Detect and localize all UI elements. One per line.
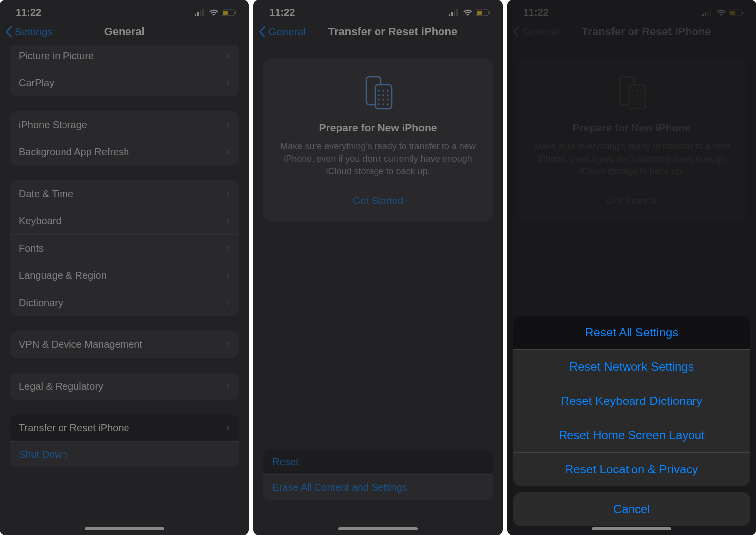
prepare-card: Prepare for New iPhone Make sure everyth… xyxy=(263,59,492,221)
status-time: 11:22 xyxy=(16,7,41,18)
back-button[interactable]: General xyxy=(512,26,560,38)
row-erase-all[interactable]: Erase All Content and Settings xyxy=(263,474,492,500)
svg-point-45 xyxy=(641,99,643,101)
svg-rect-3 xyxy=(202,9,204,16)
card-title: Prepare for New iPhone xyxy=(529,122,734,134)
nav-bar: Settings General xyxy=(0,20,249,45)
svg-point-44 xyxy=(636,99,638,101)
signal-icon xyxy=(195,9,206,16)
battery-icon xyxy=(476,9,491,16)
home-indicator[interactable] xyxy=(592,527,671,530)
wifi-icon xyxy=(463,9,473,16)
nav-bar: General Transfer or Reset iPhone xyxy=(253,20,502,45)
row-label: Language & Region xyxy=(19,270,107,281)
nav-title: Transfer or Reset iPhone xyxy=(288,25,497,38)
chevron-right-icon: › xyxy=(226,296,230,309)
battery-icon xyxy=(729,9,744,16)
row-label: Fonts xyxy=(19,243,44,254)
svg-point-19 xyxy=(378,94,380,96)
svg-rect-1 xyxy=(197,12,199,16)
chevron-right-icon: › xyxy=(226,380,230,393)
signal-icon xyxy=(449,9,460,16)
svg-rect-5 xyxy=(223,11,228,15)
battery-icon xyxy=(222,9,237,16)
svg-rect-2 xyxy=(200,11,201,16)
svg-rect-13 xyxy=(489,11,490,14)
chevron-right-icon: › xyxy=(226,242,230,255)
status-icons xyxy=(449,9,491,16)
sheet-reset-network[interactable]: Reset Network Settings xyxy=(513,349,750,384)
row-label: Reset xyxy=(272,456,298,468)
svg-point-16 xyxy=(378,90,380,92)
settings-group: Transfer or Reset iPhone› Shut Down xyxy=(10,414,239,467)
svg-rect-31 xyxy=(710,9,711,16)
screen-transfer-reset: 11:22 General Transfer or Reset iPhone xyxy=(253,0,502,535)
svg-rect-7 xyxy=(449,14,450,16)
row-label: Date & Time xyxy=(19,188,73,200)
svg-point-37 xyxy=(632,90,634,92)
row-carplay[interactable]: CarPlay› xyxy=(10,69,239,96)
chevron-left-icon xyxy=(512,26,520,37)
svg-point-23 xyxy=(382,99,384,101)
chevron-left-icon xyxy=(258,26,266,37)
settings-group: iPhone Storage› Background App Refresh› xyxy=(10,111,239,165)
sheet-reset-home-layout[interactable]: Reset Home Screen Layout xyxy=(513,418,750,452)
status-time: 11:22 xyxy=(269,7,295,18)
row-shut-down[interactable]: Shut Down xyxy=(10,441,239,467)
settings-group: Picture in Picture› CarPlay› xyxy=(10,45,239,96)
svg-point-42 xyxy=(641,94,643,96)
row-date-time[interactable]: Date & Time› xyxy=(10,180,239,207)
card-body: Make sure everything's ready to transfer… xyxy=(275,140,480,178)
status-time: 11:22 xyxy=(523,7,549,18)
svg-rect-8 xyxy=(451,12,453,16)
status-icons xyxy=(702,9,744,16)
home-indicator[interactable] xyxy=(85,527,164,530)
get-started-button[interactable]: Get Started xyxy=(275,190,480,211)
svg-point-24 xyxy=(387,99,389,101)
back-button[interactable]: Settings xyxy=(5,26,53,38)
settings-group: Legal & Regulatory› xyxy=(10,373,239,400)
back-button[interactable]: General xyxy=(258,26,306,38)
svg-rect-9 xyxy=(454,11,455,16)
svg-point-41 xyxy=(636,94,638,96)
row-keyboard[interactable]: Keyboard› xyxy=(10,207,239,234)
svg-point-26 xyxy=(382,103,384,105)
svg-point-20 xyxy=(382,94,384,96)
cancel-button[interactable]: Cancel xyxy=(513,492,750,526)
sheet-reset-all-settings[interactable]: Reset All Settings xyxy=(513,316,750,349)
sheet-reset-keyboard-dict[interactable]: Reset Keyboard Dictionary xyxy=(513,384,750,418)
row-background-refresh[interactable]: Background App Refresh› xyxy=(10,138,239,165)
row-label: Picture in Picture xyxy=(19,50,94,62)
row-iphone-storage[interactable]: iPhone Storage› xyxy=(10,111,239,138)
devices-icon xyxy=(529,73,734,113)
row-legal-regulatory[interactable]: Legal & Regulatory› xyxy=(10,373,239,400)
nav-bar: General Transfer or Reset iPhone xyxy=(507,20,756,45)
settings-group: VPN & Device Management› xyxy=(10,331,239,358)
row-dictionary[interactable]: Dictionary› xyxy=(10,289,239,316)
card-title: Prepare for New iPhone xyxy=(275,122,480,134)
row-label: Keyboard xyxy=(19,215,62,227)
card-body: Make sure everything's ready to transfer… xyxy=(529,140,734,178)
chevron-left-icon xyxy=(5,26,13,37)
svg-point-48 xyxy=(641,103,643,105)
row-label: VPN & Device Management xyxy=(19,339,142,350)
row-picture-in-picture[interactable]: Picture in Picture› xyxy=(10,45,239,69)
svg-point-38 xyxy=(636,90,638,92)
get-started-button[interactable]: Get Started xyxy=(529,190,734,211)
row-language-region[interactable]: Language & Region› xyxy=(10,262,239,289)
row-label: Erase All Content and Settings xyxy=(272,482,407,493)
back-label: General xyxy=(268,26,306,38)
home-indicator[interactable] xyxy=(338,527,418,530)
row-fonts[interactable]: Fonts› xyxy=(10,234,239,262)
row-vpn-device-mgmt[interactable]: VPN & Device Management› xyxy=(10,331,239,358)
svg-point-40 xyxy=(632,94,634,96)
svg-rect-33 xyxy=(730,11,735,15)
svg-point-21 xyxy=(387,94,389,96)
svg-rect-28 xyxy=(702,14,704,16)
status-bar: 11:22 xyxy=(507,0,756,20)
row-transfer-reset[interactable]: Transfer or Reset iPhone› xyxy=(10,414,239,441)
row-reset[interactable]: Reset xyxy=(263,449,492,474)
signal-icon xyxy=(702,9,713,16)
svg-point-17 xyxy=(382,90,384,92)
sheet-reset-location-privacy[interactable]: Reset Location & Privacy xyxy=(513,452,750,486)
